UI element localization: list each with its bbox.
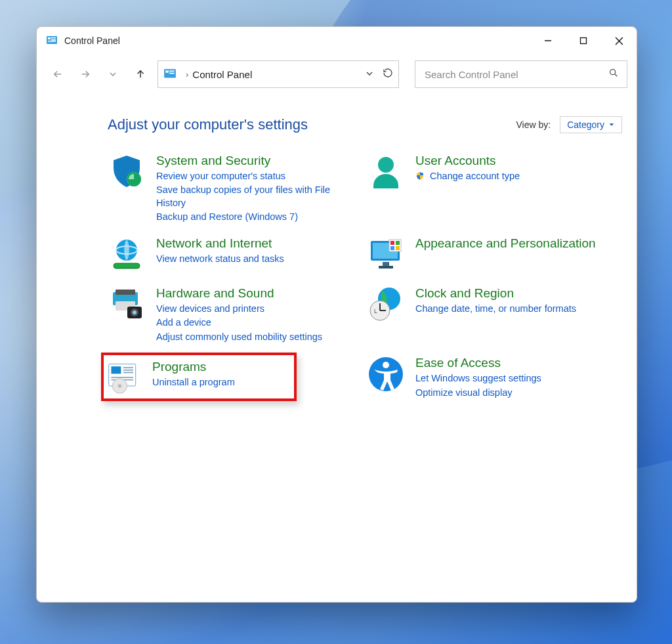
svg-rect-29	[390, 246, 394, 250]
svg-line-14	[615, 74, 618, 77]
search-icon[interactable]	[608, 68, 619, 81]
view-by-label: View by:	[516, 119, 551, 130]
up-button[interactable]	[129, 62, 152, 86]
category-network-internet: Network and Internet View network status…	[108, 236, 356, 274]
svg-rect-20	[114, 263, 140, 268]
svg-point-36	[133, 311, 136, 314]
page-title: Adjust your computer's settings	[108, 116, 308, 133]
svg-point-50	[118, 385, 122, 389]
headline-row: Adjust your computer's settings View by:…	[108, 116, 622, 133]
printer-camera-icon	[108, 286, 146, 324]
shield-icon	[108, 153, 146, 191]
category-title[interactable]: Ease of Access	[415, 355, 541, 371]
category-programs: Programs Uninstall a program	[101, 353, 297, 401]
category-title[interactable]: User Accounts	[415, 153, 520, 169]
window-title: Control Panel	[64, 35, 120, 46]
category-title[interactable]: System and Security	[156, 153, 356, 169]
globe-network-icon	[108, 236, 146, 274]
svg-rect-27	[390, 241, 394, 245]
svg-rect-25	[379, 266, 393, 268]
category-system-security: System and Security Review your computer…	[108, 153, 356, 224]
programs-icon	[106, 359, 142, 395]
category-link[interactable]: Backup and Restore (Windows 7)	[156, 211, 356, 224]
category-link[interactable]: View devices and printers	[156, 303, 322, 316]
control-panel-icon	[46, 35, 58, 47]
window-controls	[530, 27, 637, 54]
category-link[interactable]: Review your computer's status	[156, 170, 356, 183]
desktop-wallpaper: Control Panel › Control Panel	[0, 0, 672, 644]
user-icon	[367, 153, 405, 191]
forward-button[interactable]	[74, 62, 97, 86]
svg-point-13	[610, 70, 616, 75]
svg-rect-28	[396, 241, 400, 245]
category-title[interactable]: Clock and Region	[415, 286, 576, 301]
category-link[interactable]: Save backup copies of your files with Fi…	[156, 184, 356, 209]
navigation-bar: › Control Panel	[37, 54, 637, 94]
search-box[interactable]	[415, 60, 627, 88]
category-title[interactable]: Programs	[152, 359, 235, 375]
svg-rect-3	[51, 39, 56, 41]
refresh-button[interactable]	[383, 68, 393, 81]
svg-rect-32	[116, 290, 135, 295]
svg-point-52	[383, 362, 389, 368]
svg-rect-2	[51, 37, 56, 39]
breadcrumb-separator-icon: ›	[186, 70, 188, 79]
svg-rect-1	[48, 37, 51, 39]
maximize-button[interactable]	[566, 27, 601, 54]
svg-rect-24	[383, 262, 389, 266]
category-link[interactable]: View network status and tasks	[156, 253, 284, 266]
search-input[interactable]	[423, 68, 608, 81]
svg-rect-4	[48, 41, 56, 42]
svg-rect-43	[111, 367, 121, 374]
back-button[interactable]	[46, 62, 70, 86]
accessibility-icon	[367, 355, 405, 393]
category-link[interactable]: Adjust commonly used mobility settings	[156, 331, 322, 344]
svg-rect-30	[396, 246, 400, 250]
category-clock-region: L Clock and Region Change date, time, or…	[367, 286, 616, 343]
control-panel-window: Control Panel › Control Panel	[36, 26, 637, 603]
category-grid: System and Security Review your computer…	[108, 153, 616, 401]
category-link[interactable]: Optimize visual display	[415, 387, 541, 400]
monitor-icon	[367, 236, 405, 274]
category-link[interactable]: Uninstall a program	[152, 376, 235, 389]
category-link[interactable]: Let Windows suggest settings	[415, 372, 541, 385]
svg-rect-11	[169, 70, 175, 72]
breadcrumb-current[interactable]: Control Panel	[192, 69, 252, 80]
uac-shield-icon	[415, 171, 425, 181]
category-appearance-personalization: Appearance and Personalization	[367, 236, 616, 274]
category-title[interactable]: Appearance and Personalization	[415, 236, 596, 251]
svg-point-17	[378, 157, 394, 173]
control-panel-icon	[163, 68, 177, 81]
clock-globe-icon: L	[367, 286, 405, 324]
content-area: Adjust your computer's settings View by:…	[37, 94, 637, 602]
category-link[interactable]: Change account type	[415, 170, 520, 183]
category-title[interactable]: Network and Internet	[156, 236, 284, 251]
svg-rect-12	[169, 73, 175, 74]
view-by-select[interactable]: Category	[560, 116, 622, 133]
recent-locations-button[interactable]	[101, 62, 125, 86]
category-title[interactable]: Hardware and Sound	[156, 286, 322, 301]
view-by-value: Category	[567, 119, 604, 130]
view-by-control: View by: Category	[516, 116, 622, 133]
category-link[interactable]: Add a device	[156, 316, 322, 330]
svg-rect-10	[165, 70, 168, 72]
category-link[interactable]: Change date, time, or number formats	[415, 303, 576, 316]
svg-rect-6	[581, 38, 587, 44]
titlebar: Control Panel	[37, 27, 637, 54]
close-button[interactable]	[601, 27, 637, 54]
address-dropdown-button[interactable]	[366, 68, 373, 80]
category-hardware-sound: Hardware and Sound View devices and prin…	[108, 286, 356, 343]
minimize-button[interactable]	[530, 27, 566, 54]
svg-text:L: L	[374, 308, 377, 314]
category-programs-highlight: Programs Uninstall a program	[108, 355, 356, 401]
address-bar[interactable]: › Control Panel	[158, 60, 399, 88]
category-user-accounts: User Accounts Change account type	[367, 153, 616, 224]
category-ease-of-access: Ease of Access Let Windows suggest setti…	[367, 355, 616, 401]
